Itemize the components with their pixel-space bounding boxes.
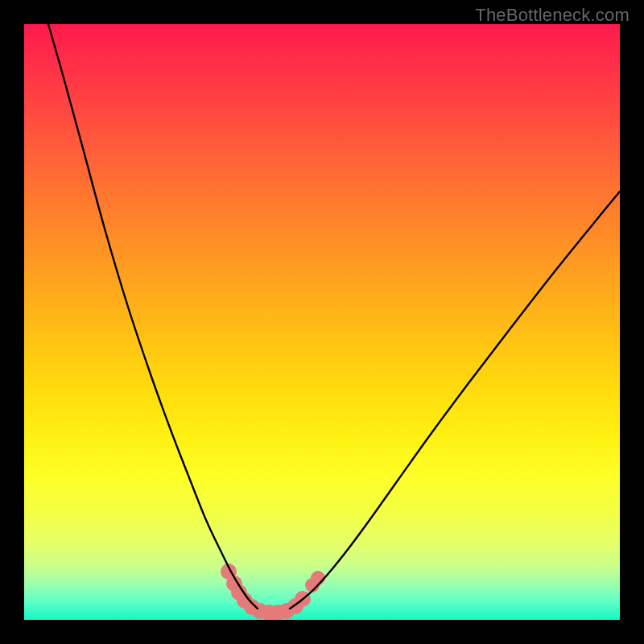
highlight-marker [311,571,325,585]
curve-layer [24,24,620,620]
outer-frame: TheBottleneck.com [0,0,644,644]
plot-area [24,24,620,620]
right-curve [290,192,620,609]
marker-group [221,564,325,620]
left-curve [48,24,258,609]
watermark-text: TheBottleneck.com [475,5,630,26]
